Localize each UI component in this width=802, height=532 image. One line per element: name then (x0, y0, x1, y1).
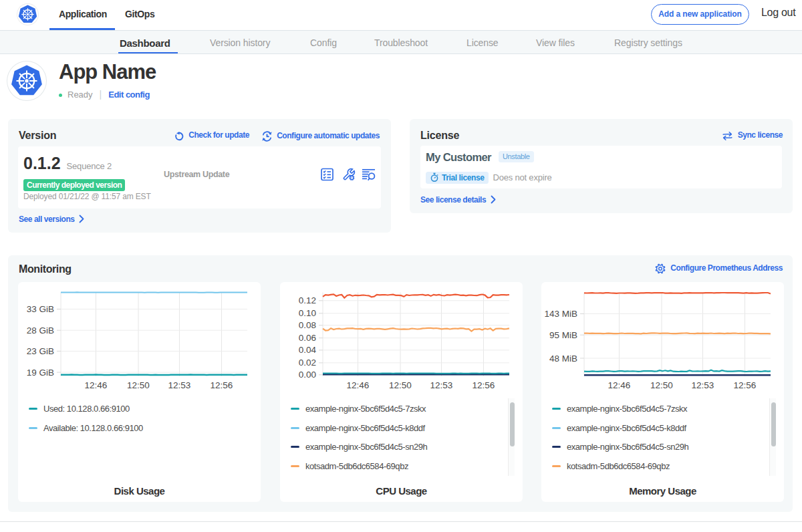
svg-text:12:50: 12:50 (127, 380, 150, 390)
svg-text:48 MiB: 48 MiB (549, 354, 577, 364)
svg-text:33 GiB: 33 GiB (27, 304, 54, 314)
svg-text:0.12: 0.12 (299, 295, 316, 305)
svg-text:12:53: 12:53 (430, 380, 453, 390)
svg-text:23 GiB: 23 GiB (27, 346, 54, 356)
svg-text:12:53: 12:53 (168, 380, 191, 390)
svg-text:0.06: 0.06 (299, 333, 316, 343)
svg-text:12:46: 12:46 (85, 380, 108, 390)
svg-text:0.04: 0.04 (299, 345, 317, 355)
svg-text:143 MiB: 143 MiB (544, 309, 577, 319)
svg-text:12:56: 12:56 (473, 380, 495, 390)
svg-text:12:50: 12:50 (650, 380, 673, 390)
svg-text:0.10: 0.10 (299, 308, 316, 318)
svg-text:12:56: 12:56 (211, 380, 233, 390)
svg-text:28 GiB: 28 GiB (27, 325, 54, 336)
svg-text:12:53: 12:53 (692, 380, 714, 390)
svg-text:0.00: 0.00 (299, 370, 316, 380)
svg-text:12:46: 12:46 (608, 380, 631, 390)
svg-text:12:50: 12:50 (389, 380, 412, 390)
svg-text:0.02: 0.02 (299, 358, 316, 368)
svg-text:95 MiB: 95 MiB (549, 330, 577, 340)
svg-text:12:46: 12:46 (347, 380, 370, 390)
svg-text:19 GiB: 19 GiB (27, 368, 54, 378)
svg-text:0.08: 0.08 (299, 320, 316, 330)
svg-text:12:56: 12:56 (734, 380, 757, 390)
